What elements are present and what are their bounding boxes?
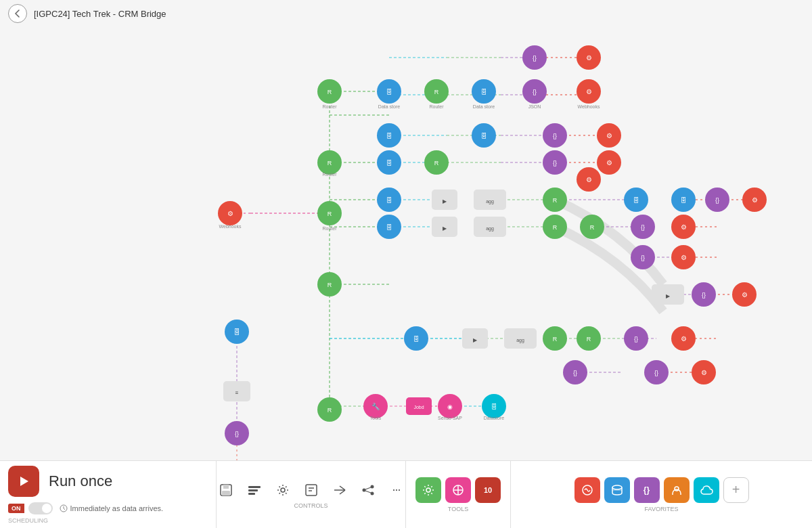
run-once-label: Run once bbox=[49, 472, 112, 490]
svg-text:JSON: JSON bbox=[528, 104, 541, 109]
svg-text:🗄: 🗄 bbox=[633, 197, 639, 204]
svg-line-143 bbox=[340, 486, 345, 490]
svg-text:{}: {} bbox=[634, 336, 638, 343]
svg-text:{}: {} bbox=[654, 370, 658, 376]
svg-text:▶: ▶ bbox=[443, 225, 447, 232]
svg-text:Webhooks: Webhooks bbox=[578, 104, 600, 109]
svg-text:Datastore: Datastore bbox=[484, 416, 504, 420]
add-favorite-btn[interactable]: + bbox=[723, 477, 749, 503]
svg-line-144 bbox=[340, 490, 345, 494]
svg-rect-134 bbox=[222, 491, 230, 496]
svg-text:R: R bbox=[328, 282, 332, 288]
flow-canvas[interactable]: ⚙ R R R R R 🗄 ≡ {} ⚙ 🗄 R 🗄 {} bbox=[0, 27, 812, 460]
svg-text:{}: {} bbox=[553, 133, 557, 139]
svg-text:🗄: 🗄 bbox=[386, 133, 392, 139]
save-control[interactable] bbox=[217, 481, 235, 500]
svg-line-149 bbox=[365, 491, 371, 493]
svg-text:⚙: ⚙ bbox=[681, 335, 687, 343]
svg-text:🗄: 🗄 bbox=[386, 197, 392, 204]
align-control[interactable] bbox=[245, 481, 264, 500]
header: [IGPC24] Tech Trek - CRM Bridge bbox=[0, 0, 812, 27]
more-control[interactable]: ··· bbox=[387, 481, 406, 500]
note-control[interactable] bbox=[302, 481, 321, 500]
svg-text:≡: ≡ bbox=[235, 390, 239, 396]
svg-text:{}: {} bbox=[533, 89, 537, 95]
svg-text:Data store: Data store bbox=[378, 104, 400, 109]
webhook-fav-btn[interactable] bbox=[574, 477, 600, 503]
flow-control[interactable] bbox=[330, 481, 349, 500]
svg-text:R: R bbox=[434, 89, 439, 95]
svg-text:agg: agg bbox=[486, 226, 494, 232]
svg-text:Router: Router bbox=[322, 226, 337, 231]
svg-rect-139 bbox=[306, 485, 317, 496]
salesforce-fav-btn[interactable] bbox=[694, 477, 719, 503]
svg-rect-137 bbox=[248, 493, 255, 495]
scheduling-toggle[interactable] bbox=[28, 502, 53, 514]
svg-text:agg: agg bbox=[516, 338, 524, 343]
svg-rect-133 bbox=[223, 485, 229, 489]
svg-rect-135 bbox=[248, 486, 261, 488]
svg-text:⚙: ⚙ bbox=[681, 223, 687, 231]
back-button[interactable] bbox=[8, 4, 27, 23]
svg-text:▶: ▶ bbox=[666, 293, 671, 299]
svg-text:Data store: Data store bbox=[473, 104, 495, 109]
svg-line-131 bbox=[64, 508, 65, 510]
favorites-label: FAVORITES bbox=[645, 506, 679, 512]
run-once-button[interactable] bbox=[8, 466, 39, 497]
svg-text:Senso SAP: Senso SAP bbox=[438, 416, 462, 420]
svg-text:{}: {} bbox=[702, 292, 706, 299]
scheduling-label: SCHEDULING bbox=[8, 517, 208, 524]
svg-text:🗄: 🗄 bbox=[386, 160, 392, 167]
svg-text:⚙: ⚙ bbox=[606, 132, 612, 139]
svg-text:{}: {} bbox=[533, 55, 537, 62]
svg-text:{}: {} bbox=[641, 255, 645, 261]
svg-text:{}: {} bbox=[573, 370, 577, 376]
svg-text:⚙: ⚙ bbox=[586, 88, 592, 95]
svg-text:R: R bbox=[328, 211, 332, 217]
svg-text:⚙: ⚙ bbox=[752, 196, 758, 204]
svg-text:{}: {} bbox=[235, 431, 239, 437]
svg-point-155 bbox=[612, 485, 622, 489]
svg-text:🗄: 🗄 bbox=[491, 403, 497, 410]
svg-text:Router: Router bbox=[429, 104, 444, 109]
integration-tool-btn[interactable] bbox=[445, 477, 471, 503]
svg-point-145 bbox=[362, 488, 365, 491]
svg-text:⚙: ⚙ bbox=[701, 369, 707, 376]
scheduling-text: Immediately as data arrives. bbox=[60, 504, 164, 512]
tools-section: 10 TOOLS bbox=[406, 461, 511, 528]
svg-text:⚙: ⚙ bbox=[742, 291, 748, 299]
scheduling-description: Immediately as data arrives. bbox=[70, 504, 164, 512]
svg-text:⚙: ⚙ bbox=[606, 159, 612, 167]
svg-text:▶: ▶ bbox=[443, 198, 447, 204]
route-control[interactable] bbox=[359, 481, 378, 500]
svg-marker-128 bbox=[20, 477, 28, 486]
json-fav-btn[interactable]: {} bbox=[634, 477, 660, 503]
svg-text:R: R bbox=[328, 407, 332, 414]
tools-label: TOOLS bbox=[448, 506, 468, 512]
favorites-section: {} + FAVORITES bbox=[511, 461, 812, 528]
svg-point-138 bbox=[281, 488, 285, 492]
svg-text:⚙: ⚙ bbox=[586, 54, 592, 62]
oauth-fav-btn[interactable] bbox=[664, 477, 690, 503]
svg-text:agg: agg bbox=[486, 199, 494, 204]
svg-text:🗄: 🗄 bbox=[481, 133, 487, 139]
settings-tool-btn[interactable] bbox=[415, 477, 441, 503]
controls-label: CONTROLS bbox=[294, 502, 328, 509]
page-title: [IGPC24] Tech Trek - CRM Bridge bbox=[34, 9, 166, 19]
svg-text:R: R bbox=[590, 224, 595, 231]
svg-text:🗄: 🗄 bbox=[481, 89, 487, 95]
svg-line-148 bbox=[365, 487, 371, 489]
svg-text:R: R bbox=[328, 89, 332, 95]
svg-point-147 bbox=[370, 491, 374, 495]
json-tool-btn[interactable]: 10 bbox=[475, 477, 501, 503]
svg-text:Jobd: Jobd bbox=[413, 405, 424, 410]
svg-text:{}: {} bbox=[553, 160, 557, 167]
settings-control[interactable] bbox=[273, 481, 292, 500]
svg-text:🔧: 🔧 bbox=[371, 402, 380, 411]
bottom-bar: Run once ON Immediately as data arrives.… bbox=[0, 460, 812, 528]
svg-text:Tools: Tools bbox=[370, 416, 382, 420]
svg-text:R: R bbox=[553, 336, 558, 343]
datastore-fav-btn[interactable] bbox=[604, 477, 630, 503]
svg-text:🗄: 🗄 bbox=[386, 89, 392, 95]
clock-icon bbox=[60, 504, 68, 512]
